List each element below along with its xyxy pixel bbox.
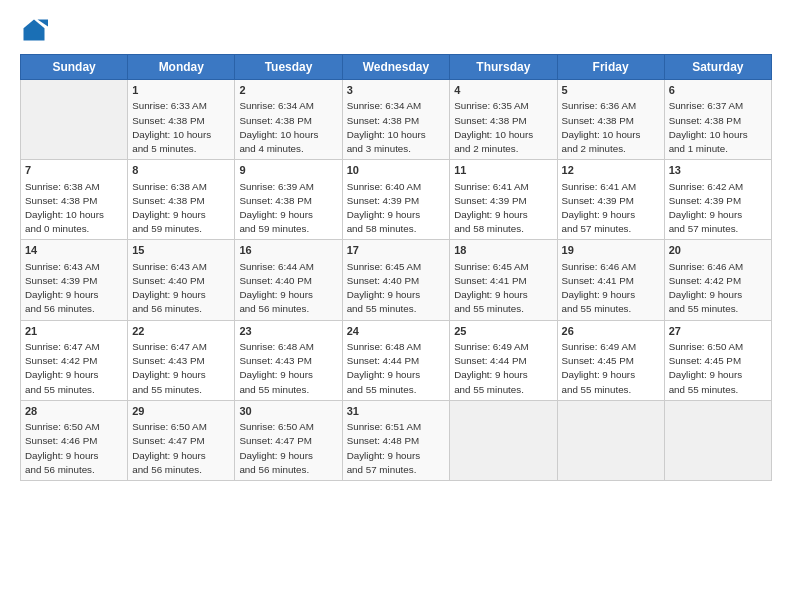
calendar-cell: 2Sunrise: 6:34 AM Sunset: 4:38 PM Daylig…	[235, 80, 342, 160]
week-row-3: 21Sunrise: 6:47 AM Sunset: 4:42 PM Dayli…	[21, 320, 772, 400]
calendar-cell: 26Sunrise: 6:49 AM Sunset: 4:45 PM Dayli…	[557, 320, 664, 400]
header-day-monday: Monday	[128, 55, 235, 80]
calendar-cell: 15Sunrise: 6:43 AM Sunset: 4:40 PM Dayli…	[128, 240, 235, 320]
cell-content: Sunrise: 6:50 AM Sunset: 4:47 PM Dayligh…	[132, 420, 230, 477]
calendar-cell: 6Sunrise: 6:37 AM Sunset: 4:38 PM Daylig…	[664, 80, 771, 160]
day-number: 31	[347, 404, 446, 419]
cell-content: Sunrise: 6:37 AM Sunset: 4:38 PM Dayligh…	[669, 99, 767, 156]
day-number: 16	[239, 243, 337, 258]
day-number: 17	[347, 243, 446, 258]
cell-content: Sunrise: 6:44 AM Sunset: 4:40 PM Dayligh…	[239, 260, 337, 317]
header	[20, 16, 772, 44]
week-row-2: 14Sunrise: 6:43 AM Sunset: 4:39 PM Dayli…	[21, 240, 772, 320]
day-number: 30	[239, 404, 337, 419]
calendar-cell: 4Sunrise: 6:35 AM Sunset: 4:38 PM Daylig…	[450, 80, 557, 160]
calendar-cell: 24Sunrise: 6:48 AM Sunset: 4:44 PM Dayli…	[342, 320, 450, 400]
calendar-cell: 10Sunrise: 6:40 AM Sunset: 4:39 PM Dayli…	[342, 160, 450, 240]
cell-content: Sunrise: 6:34 AM Sunset: 4:38 PM Dayligh…	[347, 99, 446, 156]
cell-content: Sunrise: 6:41 AM Sunset: 4:39 PM Dayligh…	[562, 180, 660, 237]
day-number: 8	[132, 163, 230, 178]
day-number: 29	[132, 404, 230, 419]
day-number: 2	[239, 83, 337, 98]
day-number: 27	[669, 324, 767, 339]
day-number: 9	[239, 163, 337, 178]
calendar-cell: 29Sunrise: 6:50 AM Sunset: 4:47 PM Dayli…	[128, 400, 235, 480]
header-day-friday: Friday	[557, 55, 664, 80]
calendar-cell: 16Sunrise: 6:44 AM Sunset: 4:40 PM Dayli…	[235, 240, 342, 320]
cell-content: Sunrise: 6:45 AM Sunset: 4:41 PM Dayligh…	[454, 260, 552, 317]
cell-content: Sunrise: 6:38 AM Sunset: 4:38 PM Dayligh…	[25, 180, 123, 237]
cell-content: Sunrise: 6:50 AM Sunset: 4:45 PM Dayligh…	[669, 340, 767, 397]
cell-content: Sunrise: 6:43 AM Sunset: 4:40 PM Dayligh…	[132, 260, 230, 317]
calendar-cell: 1Sunrise: 6:33 AM Sunset: 4:38 PM Daylig…	[128, 80, 235, 160]
cell-content: Sunrise: 6:47 AM Sunset: 4:43 PM Dayligh…	[132, 340, 230, 397]
day-number: 7	[25, 163, 123, 178]
day-number: 4	[454, 83, 552, 98]
calendar-cell: 19Sunrise: 6:46 AM Sunset: 4:41 PM Dayli…	[557, 240, 664, 320]
calendar-body: 1Sunrise: 6:33 AM Sunset: 4:38 PM Daylig…	[21, 80, 772, 481]
week-row-4: 28Sunrise: 6:50 AM Sunset: 4:46 PM Dayli…	[21, 400, 772, 480]
calendar-cell: 23Sunrise: 6:48 AM Sunset: 4:43 PM Dayli…	[235, 320, 342, 400]
logo	[20, 16, 52, 44]
day-number: 1	[132, 83, 230, 98]
day-number: 12	[562, 163, 660, 178]
cell-content: Sunrise: 6:38 AM Sunset: 4:38 PM Dayligh…	[132, 180, 230, 237]
calendar-cell: 3Sunrise: 6:34 AM Sunset: 4:38 PM Daylig…	[342, 80, 450, 160]
day-number: 19	[562, 243, 660, 258]
calendar-cell: 8Sunrise: 6:38 AM Sunset: 4:38 PM Daylig…	[128, 160, 235, 240]
day-number: 3	[347, 83, 446, 98]
day-number: 6	[669, 83, 767, 98]
cell-content: Sunrise: 6:48 AM Sunset: 4:44 PM Dayligh…	[347, 340, 446, 397]
cell-content: Sunrise: 6:40 AM Sunset: 4:39 PM Dayligh…	[347, 180, 446, 237]
calendar-table: SundayMondayTuesdayWednesdayThursdayFrid…	[20, 54, 772, 481]
svg-marker-0	[24, 20, 45, 41]
calendar-cell	[21, 80, 128, 160]
header-day-tuesday: Tuesday	[235, 55, 342, 80]
header-day-saturday: Saturday	[664, 55, 771, 80]
day-number: 26	[562, 324, 660, 339]
cell-content: Sunrise: 6:50 AM Sunset: 4:46 PM Dayligh…	[25, 420, 123, 477]
calendar-cell: 30Sunrise: 6:50 AM Sunset: 4:47 PM Dayli…	[235, 400, 342, 480]
calendar-cell: 9Sunrise: 6:39 AM Sunset: 4:38 PM Daylig…	[235, 160, 342, 240]
cell-content: Sunrise: 6:33 AM Sunset: 4:38 PM Dayligh…	[132, 99, 230, 156]
header-day-thursday: Thursday	[450, 55, 557, 80]
cell-content: Sunrise: 6:34 AM Sunset: 4:38 PM Dayligh…	[239, 99, 337, 156]
calendar-cell	[557, 400, 664, 480]
calendar-cell: 21Sunrise: 6:47 AM Sunset: 4:42 PM Dayli…	[21, 320, 128, 400]
calendar-cell	[450, 400, 557, 480]
page: SundayMondayTuesdayWednesdayThursdayFrid…	[0, 0, 792, 612]
cell-content: Sunrise: 6:45 AM Sunset: 4:40 PM Dayligh…	[347, 260, 446, 317]
day-number: 13	[669, 163, 767, 178]
logo-icon	[20, 16, 48, 44]
calendar-cell: 17Sunrise: 6:45 AM Sunset: 4:40 PM Dayli…	[342, 240, 450, 320]
day-number: 11	[454, 163, 552, 178]
calendar-cell: 18Sunrise: 6:45 AM Sunset: 4:41 PM Dayli…	[450, 240, 557, 320]
day-number: 28	[25, 404, 123, 419]
cell-content: Sunrise: 6:41 AM Sunset: 4:39 PM Dayligh…	[454, 180, 552, 237]
calendar-header: SundayMondayTuesdayWednesdayThursdayFrid…	[21, 55, 772, 80]
cell-content: Sunrise: 6:49 AM Sunset: 4:44 PM Dayligh…	[454, 340, 552, 397]
calendar-cell: 14Sunrise: 6:43 AM Sunset: 4:39 PM Dayli…	[21, 240, 128, 320]
calendar-cell: 7Sunrise: 6:38 AM Sunset: 4:38 PM Daylig…	[21, 160, 128, 240]
week-row-0: 1Sunrise: 6:33 AM Sunset: 4:38 PM Daylig…	[21, 80, 772, 160]
cell-content: Sunrise: 6:49 AM Sunset: 4:45 PM Dayligh…	[562, 340, 660, 397]
header-day-sunday: Sunday	[21, 55, 128, 80]
calendar-cell	[664, 400, 771, 480]
calendar-cell: 28Sunrise: 6:50 AM Sunset: 4:46 PM Dayli…	[21, 400, 128, 480]
cell-content: Sunrise: 6:51 AM Sunset: 4:48 PM Dayligh…	[347, 420, 446, 477]
calendar-cell: 22Sunrise: 6:47 AM Sunset: 4:43 PM Dayli…	[128, 320, 235, 400]
week-row-1: 7Sunrise: 6:38 AM Sunset: 4:38 PM Daylig…	[21, 160, 772, 240]
calendar-cell: 27Sunrise: 6:50 AM Sunset: 4:45 PM Dayli…	[664, 320, 771, 400]
cell-content: Sunrise: 6:48 AM Sunset: 4:43 PM Dayligh…	[239, 340, 337, 397]
day-number: 22	[132, 324, 230, 339]
cell-content: Sunrise: 6:43 AM Sunset: 4:39 PM Dayligh…	[25, 260, 123, 317]
calendar-cell: 25Sunrise: 6:49 AM Sunset: 4:44 PM Dayli…	[450, 320, 557, 400]
day-number: 20	[669, 243, 767, 258]
cell-content: Sunrise: 6:42 AM Sunset: 4:39 PM Dayligh…	[669, 180, 767, 237]
day-number: 10	[347, 163, 446, 178]
calendar-cell: 13Sunrise: 6:42 AM Sunset: 4:39 PM Dayli…	[664, 160, 771, 240]
calendar-cell: 12Sunrise: 6:41 AM Sunset: 4:39 PM Dayli…	[557, 160, 664, 240]
cell-content: Sunrise: 6:47 AM Sunset: 4:42 PM Dayligh…	[25, 340, 123, 397]
day-number: 25	[454, 324, 552, 339]
cell-content: Sunrise: 6:46 AM Sunset: 4:41 PM Dayligh…	[562, 260, 660, 317]
